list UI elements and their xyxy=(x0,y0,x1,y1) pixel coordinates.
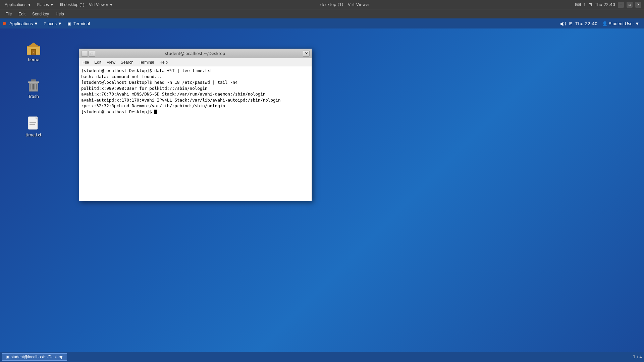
gnome-places-label: Places xyxy=(44,21,57,26)
terminal-title: student@localhost:~/Desktop xyxy=(95,51,295,56)
gnome-places-arrow: ▼ xyxy=(58,21,62,26)
gnome-user-icon: 👤 xyxy=(602,21,607,26)
gnome-sound-icon: ◀)) xyxy=(559,21,566,26)
file-icon-label: time.txt xyxy=(25,133,41,137)
home-folder-icon xyxy=(25,40,42,56)
desktop: home Trash xyxy=(0,28,644,352)
gnome-top-panel: Applications ▼ Places ▼ ▣ Terminal ◀)) ⊞… xyxy=(0,18,644,28)
host-maximize-btn[interactable]: □ xyxy=(627,2,633,8)
terminal-window-buttons: – □ xyxy=(81,51,95,57)
desktop-icon-trash[interactable]: Trash xyxy=(20,75,47,100)
gnome-time: Thu 22:40 xyxy=(575,21,597,26)
host-close-btn[interactable]: ✕ xyxy=(635,2,641,8)
svg-rect-19 xyxy=(30,124,35,125)
desktop-icon-timetxt[interactable]: time.txt xyxy=(20,114,47,139)
svg-rect-18 xyxy=(30,122,36,123)
host-places-btn[interactable]: Places ▼ xyxy=(35,2,56,8)
terminal-file-menu[interactable]: File xyxy=(80,59,91,65)
gnome-user-label: Student User xyxy=(608,21,634,26)
host-sendkey-menu[interactable]: Send key xyxy=(30,11,52,17)
taskbar-terminal-icon: ▣ xyxy=(6,355,9,359)
host-window-title: desktop (1) – Virt Viewer xyxy=(116,2,574,7)
gnome-places-btn[interactable]: Places ▼ xyxy=(42,20,64,27)
terminal-edit-menu[interactable]: Edit xyxy=(92,59,103,65)
terminal-titlebar: – □ student@localhost:~/Desktop ✕ xyxy=(79,49,312,58)
gnome-terminal-btn[interactable]: ▣ Terminal xyxy=(65,20,92,27)
taskbar-terminal-label: student@localhost:~/Desktop xyxy=(11,355,63,359)
gnome-apps-icon xyxy=(3,22,6,25)
host-topbar: Applications ▼ Places ▼ 🖥 desktop (1) – … xyxy=(0,0,644,9)
terminal-maximize-btn[interactable]: □ xyxy=(89,51,95,57)
host-applications-btn[interactable]: Applications ▼ xyxy=(3,2,34,8)
host-edit-menu[interactable]: Edit xyxy=(16,11,28,17)
host-apps-label: Applications xyxy=(5,2,26,7)
page-indicator: 1 / 4 xyxy=(633,355,642,359)
host-apps-arrow: ▼ xyxy=(28,2,32,7)
monitor-indicator: 1 xyxy=(583,2,586,7)
host-minimize-btn[interactable]: – xyxy=(618,2,624,8)
svg-rect-17 xyxy=(30,121,36,121)
gnome-panel-right: ◀)) ⊞ Thu 22:40 👤 Student User ▼ xyxy=(559,20,641,27)
gnome-user-arrow: ▼ xyxy=(635,21,639,26)
host-vm-label: desktop (1) – Virt Viewer xyxy=(64,2,108,7)
topbar-time: Thu 22:40 xyxy=(595,2,615,7)
gnome-panel-left: Applications ▼ Places ▼ ▣ Terminal xyxy=(3,20,92,27)
host-places-arrow: ▼ xyxy=(50,2,54,7)
host-menubar: File Edit Send key Help xyxy=(0,9,644,18)
trash-icon-label: Trash xyxy=(28,94,39,99)
trash-folder-icon xyxy=(25,77,42,93)
kbd-icon: ⌨ xyxy=(575,2,581,7)
gnome-bottom-panel: ▣ student@localhost:~/Desktop 1 / 4 xyxy=(0,352,644,362)
terminal-help-menu[interactable]: Help xyxy=(157,59,170,65)
terminal-menubar: File Edit View Search Terminal Help xyxy=(79,58,312,66)
home-icon-label: home xyxy=(28,57,39,62)
host-vm-arrow: ▼ xyxy=(109,2,113,7)
terminal-window: – □ student@localhost:~/Desktop ✕ File E… xyxy=(79,49,312,201)
terminal-title-right: ✕ xyxy=(295,51,310,57)
terminal-close-btn[interactable]: ✕ xyxy=(303,51,310,57)
terminal-icon: ▣ xyxy=(67,21,71,26)
svg-rect-9 xyxy=(31,79,36,81)
desktop-icon-home[interactable]: home xyxy=(20,39,47,63)
host-vm-icon: 🖥 xyxy=(59,2,63,7)
svg-rect-8 xyxy=(28,81,39,83)
vm-container: Applications ▼ Places ▼ ▣ Terminal ◀)) ⊞… xyxy=(0,18,644,362)
host-places-label: Places xyxy=(37,2,49,7)
kbd-layout: ⊡ xyxy=(589,2,592,7)
gnome-terminal-label: Terminal xyxy=(73,21,90,26)
terminal-content[interactable]: [student@localhost Desktop]$ data +%T | … xyxy=(79,66,312,201)
terminal-output: [student@localhost Desktop]$ data +%T | … xyxy=(81,68,310,115)
svg-point-5 xyxy=(33,52,34,53)
terminal-cursor xyxy=(154,110,157,114)
terminal-search-menu[interactable]: Search xyxy=(119,59,136,65)
host-topbar-right: ⌨ 1 ⊡ Thu 22:40 – □ ✕ xyxy=(575,2,641,8)
gnome-applications-btn[interactable]: Applications ▼ xyxy=(7,20,40,27)
gnome-apps-label: Applications xyxy=(9,21,33,26)
gnome-user-btn[interactable]: 👤 Student User ▼ xyxy=(600,20,641,27)
gnome-network-icon: ⊞ xyxy=(569,21,573,26)
svg-marker-2 xyxy=(27,43,40,47)
file-txt-icon xyxy=(25,115,42,131)
host-vm-btn[interactable]: 🖥 desktop (1) – Virt Viewer ▼ xyxy=(57,2,115,8)
terminal-view-menu[interactable]: View xyxy=(105,59,117,65)
terminal-minimize-btn[interactable]: – xyxy=(81,51,88,57)
taskbar-terminal-btn[interactable]: ▣ student@localhost:~/Desktop xyxy=(2,353,67,361)
gnome-apps-arrow: ▼ xyxy=(34,21,38,26)
terminal-terminal-menu[interactable]: Terminal xyxy=(137,59,156,65)
host-file-menu[interactable]: File xyxy=(3,11,14,17)
host-help-menu[interactable]: Help xyxy=(53,11,67,17)
